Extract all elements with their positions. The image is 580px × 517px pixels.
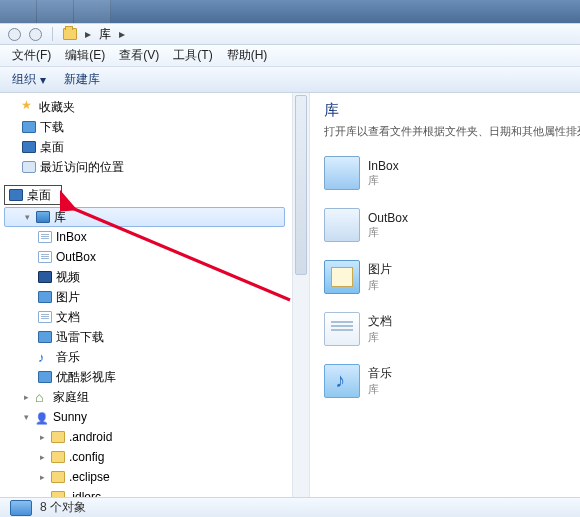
tree-item[interactable]: ▸.android [4,427,291,447]
menu-view[interactable]: 查看(V) [113,45,165,66]
tree-label: 图片 [56,289,80,306]
library-music-icon [324,364,360,398]
tree-label: 优酷影视库 [56,369,116,386]
titlebar-tab[interactable] [0,0,37,23]
menu-tools[interactable]: 工具(T) [167,45,218,66]
folder-icon [38,331,52,343]
library-item[interactable]: InBox库 [324,153,494,193]
page-title: 库 [324,101,580,120]
expand-icon[interactable]: ▾ [22,412,31,422]
tree-label: .idlerc [69,490,101,497]
tree-downloads[interactable]: 下载 [4,117,291,137]
tree-item[interactable]: ▸.config [4,447,291,467]
tree-desktop[interactable]: 桌面 [4,137,291,157]
tree-label: 家庭组 [53,389,89,406]
library-item-name: InBox [368,159,399,173]
tree-recent[interactable]: 最近访问的位置 [4,157,291,177]
library-item-type: 库 [368,278,392,293]
expand-icon[interactable]: ▸ [22,392,31,402]
library-item-type: 库 [368,330,392,345]
recent-icon [22,161,36,173]
tree-label: 最近访问的位置 [40,159,124,176]
expand-icon[interactable]: ▸ [38,452,47,462]
menu-bar: 文件(F) 编辑(E) 查看(V) 工具(T) 帮助(H) [0,45,580,67]
library-item-type: 库 [368,173,399,188]
tree-item[interactable]: 迅雷下载 [4,327,291,347]
menu-help[interactable]: 帮助(H) [221,45,274,66]
breadcrumb-arrow-icon[interactable]: ▸ [119,27,125,41]
library-item-type: 库 [368,225,408,240]
library-item[interactable]: OutBox库 [324,205,494,245]
nav-forward-button[interactable] [29,28,42,41]
folder-icon [51,491,65,497]
toolbar: 组织 ▾ 新建库 [0,67,580,93]
tree-item[interactable]: 音乐 [4,347,291,367]
desktop-icon [22,141,36,153]
tree-label: .android [69,430,112,444]
tree-favorites[interactable]: 收藏夹 [4,97,291,117]
scrollbar[interactable] [292,93,309,497]
organize-button[interactable]: 组织 ▾ [8,69,50,90]
menu-edit[interactable]: 编辑(E) [59,45,111,66]
expand-icon[interactable]: ▸ [38,432,47,442]
library-icon [10,500,32,516]
tree-label: 视频 [56,269,80,286]
tree-label: .eclipse [69,470,110,484]
status-text: 8 个对象 [40,499,86,516]
library-item[interactable]: 音乐库 [324,361,494,401]
scrollbar-thumb[interactable] [295,95,307,275]
content-pane: 库 打开库以查看文件并根据文件夹、日期和其他属性排列这些文件。 InBox库Ou… [310,93,580,497]
tree-user[interactable]: ▾Sunny [4,407,291,427]
video-icon [38,271,52,283]
library-item-name: 图片 [368,261,392,278]
tree-item[interactable]: 图片 [4,287,291,307]
music-icon [38,351,52,363]
tree-desktop-root[interactable]: 桌面 [4,185,62,205]
tree-item[interactable]: ▸.eclipse [4,467,291,487]
tree-item[interactable]: OutBox [4,247,291,267]
expand-icon[interactable]: ▾ [23,212,32,222]
tree-label: 收藏夹 [39,99,75,116]
expand-icon[interactable]: ▸ [38,472,47,482]
tree-label: Sunny [53,410,87,424]
status-bar: 8 个对象 [0,497,580,517]
tree-label: 音乐 [56,349,80,366]
tree-label: 库 [54,209,66,226]
tree-item[interactable]: 视频 [4,267,291,287]
tree-item[interactable]: .idlerc [4,487,291,497]
address-bar: ▸ 库 ▸ [0,23,580,45]
tree-item[interactable]: 优酷影视库 [4,367,291,387]
nav-back-button[interactable] [8,28,21,41]
tree-label: 迅雷下载 [56,329,104,346]
library-item-name: 音乐 [368,365,392,382]
tree-libraries[interactable]: ▾库 [4,207,285,227]
tree-label: 下载 [40,119,64,136]
download-icon [22,121,36,133]
folder-icon [51,471,65,483]
tree-homegroup[interactable]: ▸家庭组 [4,387,291,407]
tree-label: 文档 [56,309,80,326]
library-item[interactable]: 文档库 [324,309,494,349]
tree-label: .config [69,450,104,464]
library-outbox-icon [324,208,360,242]
titlebar-tab[interactable] [37,0,74,23]
breadcrumb[interactable]: 库 [99,26,111,43]
navigation-pane: 收藏夹 下载 桌面 最近访问的位置 桌面 ▾库 InBox OutBox 视频 … [0,93,310,497]
menu-file[interactable]: 文件(F) [6,45,57,66]
library-item-type: 库 [368,382,392,397]
folder-icon [51,451,65,463]
document-icon [38,311,52,323]
page-subtitle: 打开库以查看文件并根据文件夹、日期和其他属性排列这些文件。 [324,124,580,139]
library-item[interactable]: 图片库 [324,257,494,297]
star-icon [21,101,35,113]
titlebar-tab[interactable] [74,0,111,23]
new-library-button[interactable]: 新建库 [60,69,104,90]
organize-label: 组织 [12,71,36,88]
library-pic-icon [324,260,360,294]
user-icon [35,411,49,423]
window-titlebar [0,0,580,23]
folder-icon [63,28,77,40]
library-item-name: 文档 [368,313,392,330]
tree-item[interactable]: 文档 [4,307,291,327]
tree-item[interactable]: InBox [4,227,291,247]
